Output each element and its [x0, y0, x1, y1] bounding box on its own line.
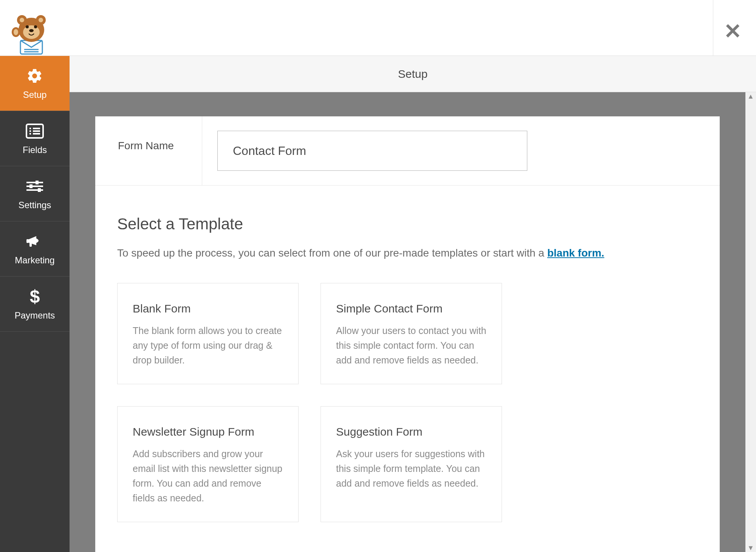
- svg-rect-24: [29, 184, 33, 188]
- template-card-simple-contact[interactable]: Simple Contact Form Allow your users to …: [321, 283, 502, 384]
- gray-frame: Form Name Select a Template To speed up …: [70, 92, 745, 552]
- sidebar-item-label: Marketing: [15, 255, 54, 266]
- form-name-input[interactable]: [217, 131, 527, 171]
- content-area: Setup ▲ ▼ Form Name Select a Template To…: [70, 56, 756, 552]
- topbar: ✕: [0, 0, 756, 56]
- templates-heading: Select a Template: [117, 215, 698, 233]
- sidebar-item-fields[interactable]: Fields: [0, 111, 70, 166]
- logo: [7, 6, 52, 56]
- svg-rect-22: [36, 181, 39, 184]
- page-title: Setup: [70, 56, 756, 92]
- sidebar-item-payments[interactable]: $ Payments: [0, 277, 70, 332]
- sidebar-item-settings[interactable]: Settings: [0, 166, 70, 221]
- dollar-icon: $: [30, 288, 40, 306]
- gear-icon: [26, 67, 43, 85]
- template-card-title: Newsletter Signup Form: [133, 425, 283, 438]
- templates-section: Select a Template To speed up the proces…: [95, 186, 720, 522]
- template-card-desc: The blank form allows you to create any …: [133, 323, 283, 367]
- sidebar: Setup Fields Settings Marketing $ Paymen…: [0, 56, 70, 552]
- scroll-up-icon[interactable]: ▲: [747, 93, 754, 100]
- template-card-title: Simple Contact Form: [336, 302, 486, 315]
- sidebar-item-setup[interactable]: Setup: [0, 56, 70, 111]
- sidebar-item-label: Payments: [15, 310, 55, 321]
- templates-intro-text: To speed up the process, you can select …: [117, 247, 547, 259]
- scroll-down-icon[interactable]: ▼: [747, 544, 754, 551]
- svg-point-10: [34, 25, 37, 28]
- sliders-icon: [26, 177, 44, 195]
- template-card-title: Suggestion Form: [336, 425, 486, 438]
- svg-rect-27: [26, 239, 29, 243]
- svg-rect-28: [29, 242, 32, 247]
- template-card-desc: Allow your users to contact you with thi…: [336, 323, 486, 367]
- template-card-newsletter[interactable]: Newsletter Signup Form Add subscribers a…: [117, 406, 299, 522]
- form-name-label: Form Name: [95, 116, 202, 185]
- template-card-title: Blank Form: [133, 302, 283, 315]
- sidebar-item-label: Setup: [23, 90, 47, 100]
- sidebar-item-label: Settings: [19, 200, 51, 210]
- template-card-desc: Add subscribers and grow your email list…: [133, 447, 283, 505]
- svg-point-11: [29, 29, 34, 32]
- template-card-blank[interactable]: Blank Form The blank form allows you to …: [117, 283, 299, 384]
- sidebar-item-marketing[interactable]: Marketing: [0, 221, 70, 277]
- svg-point-9: [26, 25, 29, 28]
- list-icon: [26, 122, 44, 140]
- bullhorn-icon: [26, 232, 44, 250]
- scrollbar[interactable]: ▲ ▼: [745, 92, 756, 552]
- setup-panel: Form Name Select a Template To speed up …: [95, 116, 720, 552]
- template-card-suggestion[interactable]: Suggestion Form Ask your users for sugge…: [321, 406, 502, 522]
- template-card-desc: Ask your users for suggestions with this…: [336, 447, 486, 490]
- close-icon[interactable]: ✕: [724, 6, 742, 42]
- svg-point-13: [14, 29, 18, 35]
- form-name-row: Form Name: [95, 116, 720, 186]
- svg-point-6: [20, 18, 24, 22]
- templates-intro: To speed up the process, you can select …: [117, 245, 698, 261]
- svg-rect-26: [38, 188, 41, 192]
- template-grid: Blank Form The blank form allows you to …: [117, 283, 698, 522]
- svg-point-7: [39, 18, 43, 22]
- blank-form-link[interactable]: blank form.: [547, 247, 604, 259]
- topbar-divider: [713, 0, 713, 56]
- sidebar-item-label: Fields: [23, 145, 47, 155]
